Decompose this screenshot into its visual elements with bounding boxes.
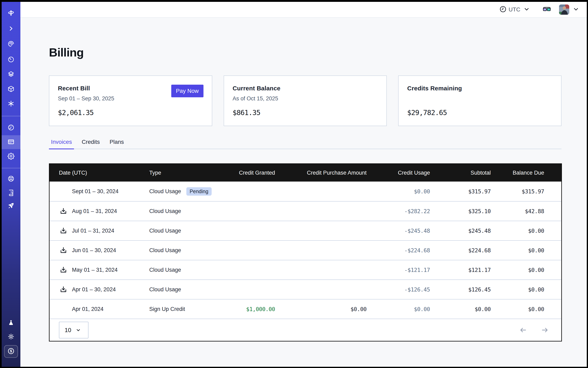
invoice-type: Cloud Usage bbox=[149, 267, 181, 273]
timezone-label: UTC bbox=[508, 6, 520, 13]
download-invoice-icon[interactable] bbox=[60, 207, 67, 215]
balance-due-value: $0.00 bbox=[493, 247, 561, 254]
next-page-icon[interactable] bbox=[541, 326, 548, 334]
col-header-credit-purchase: Credit Purchase Amount bbox=[278, 170, 369, 176]
subtotal-value: $325.10 bbox=[433, 208, 493, 214]
download-invoice-icon[interactable] bbox=[60, 266, 67, 274]
balance-due-value: $0.00 bbox=[493, 228, 561, 234]
chevron-down-icon[interactable] bbox=[573, 6, 579, 13]
subtotal-value: $121.17 bbox=[433, 267, 493, 273]
table-body: Sept 01 – 30, 2024Cloud UsagePending$0.0… bbox=[50, 182, 561, 319]
recent-bill-card: Recent Bill Sep 01 – Sep 30, 2025 $2,061… bbox=[49, 75, 212, 126]
pagination-row: 10 bbox=[50, 319, 561, 341]
topbar: UTC bbox=[20, 2, 587, 18]
balance-due-value: $315.97 bbox=[493, 188, 561, 195]
invoice-date: Jun 01 – 30, 2024 bbox=[72, 247, 116, 254]
download-spacer bbox=[60, 305, 67, 313]
pay-now-button[interactable]: Pay Now bbox=[171, 85, 203, 97]
table-header: Date (UTC) Type Credit Granted Credit Pu… bbox=[50, 164, 561, 182]
tab-plans[interactable]: Plans bbox=[108, 139, 126, 149]
credit-usage-value: -$121.17 bbox=[369, 267, 433, 273]
credit-usage-value: -$126.45 bbox=[369, 286, 433, 293]
invoice-row: May 01 – 31, 2024Cloud Usage-$121.17$121… bbox=[50, 260, 561, 279]
download-invoice-icon[interactable] bbox=[60, 227, 67, 234]
credit-usage-value: -$245.48 bbox=[369, 228, 433, 234]
tab-credits[interactable]: Credits bbox=[80, 139, 102, 149]
balance-due-value: $0.00 bbox=[493, 286, 561, 293]
credit-usage-value: $0.00 bbox=[369, 306, 433, 312]
invoice-type: Cloud Usage bbox=[149, 188, 181, 195]
current-balance-card: Current Balance As of Oct 15, 2025 $861.… bbox=[224, 75, 387, 126]
balance-due-value: $42.88 bbox=[493, 208, 561, 214]
col-header-subtotal: Subtotal bbox=[433, 170, 493, 176]
col-header-balance-due: Balance Due bbox=[493, 170, 561, 176]
card-amount: $29,782.65 bbox=[407, 109, 447, 117]
clock-icon bbox=[499, 6, 507, 13]
download-invoice-icon[interactable] bbox=[60, 247, 67, 254]
balance-due-value: $0.00 bbox=[493, 306, 561, 312]
invoice-date: Sept 01 – 30, 2024 bbox=[72, 188, 118, 195]
invoices-table: Date (UTC) Type Credit Granted Credit Pu… bbox=[49, 163, 562, 341]
credit-usage-value: -$282.22 bbox=[369, 208, 433, 214]
credit-usage-value: -$224.68 bbox=[369, 247, 433, 254]
invoice-type: Sign Up Credit bbox=[149, 306, 185, 312]
col-header-type: Type bbox=[139, 170, 226, 176]
credit-purchase-value: $0.00 bbox=[278, 306, 369, 312]
invoice-type: Cloud Usage bbox=[149, 228, 181, 234]
invoice-row: Jun 01 – 30, 2024Cloud Usage-$224.68$224… bbox=[50, 240, 561, 260]
balance-due-value: $0.00 bbox=[493, 267, 561, 273]
card-amount: $2,061.35 bbox=[58, 109, 94, 117]
subtotal-value: $224.68 bbox=[433, 247, 493, 254]
chevron-down-icon bbox=[76, 327, 81, 333]
invoice-date: Apr 01, 2024 bbox=[72, 306, 104, 312]
page-size-value: 10 bbox=[65, 327, 71, 333]
invoice-date: Aug 01 – 31, 2024 bbox=[72, 208, 117, 214]
tab-invoices[interactable]: Invoices bbox=[49, 139, 74, 149]
app-window: $ UTC Billing Recent Bill Sep 01 – Sep 3… bbox=[2, 2, 587, 367]
invoice-type: Cloud Usage bbox=[149, 247, 181, 254]
invoice-type: Cloud Usage bbox=[149, 208, 181, 214]
prev-page-icon[interactable] bbox=[519, 326, 527, 334]
invoice-row: Aug 01 – 31, 2024Cloud Usage-$282.22$325… bbox=[50, 201, 561, 221]
invoice-row: Jul 01 – 31, 2024Cloud Usage-$245.48$245… bbox=[50, 221, 561, 240]
credit-granted-value: $1,000.00 bbox=[226, 306, 278, 312]
subtotal-value: $0.00 bbox=[433, 306, 493, 312]
col-header-credit-usage: Credit Usage bbox=[369, 170, 433, 176]
invoice-row: Apr 01, 2024Sign Up Credit$1,000.00$0.00… bbox=[50, 299, 561, 319]
billing-tabs: Invoices Credits Plans bbox=[49, 139, 561, 149]
timezone-selector[interactable]: UTC bbox=[499, 6, 530, 13]
download-invoice-icon[interactable] bbox=[60, 286, 67, 293]
credits-remaining-card: Credits Remaining $29,782.65 bbox=[398, 75, 561, 126]
invoice-date: Apr 01 – 30, 2024 bbox=[72, 286, 116, 293]
col-header-credit-granted: Credit Granted bbox=[226, 170, 278, 176]
invoice-date: May 01 – 31, 2024 bbox=[72, 267, 118, 273]
invoice-row: Apr 01 – 30, 2024Cloud Usage-$126.45$126… bbox=[50, 279, 561, 299]
invoice-row: Sept 01 – 30, 2024Cloud UsagePending$0.0… bbox=[50, 182, 561, 201]
goggles-icon[interactable] bbox=[543, 6, 551, 13]
page-size-select[interactable]: 10 bbox=[59, 322, 89, 338]
subtotal-value: $315.97 bbox=[433, 188, 493, 195]
subtotal-value: $126.45 bbox=[433, 286, 493, 293]
status-badge: Pending bbox=[186, 187, 212, 196]
credit-usage-value: $0.00 bbox=[369, 188, 433, 195]
card-subtitle: As of Oct 15, 2025 bbox=[233, 95, 378, 102]
download-spacer bbox=[60, 188, 67, 195]
modal-logo-icon bbox=[8, 9, 15, 17]
card-amount: $861.35 bbox=[233, 109, 260, 117]
page-title: Billing bbox=[49, 46, 84, 59]
subtotal-value: $245.48 bbox=[433, 228, 493, 234]
col-header-date: Date (UTC) bbox=[50, 170, 139, 176]
summary-cards: Recent Bill Sep 01 – Sep 30, 2025 $2,061… bbox=[49, 75, 561, 126]
card-title: Current Balance bbox=[233, 85, 378, 92]
card-title: Credits Remaining bbox=[407, 85, 552, 92]
invoice-type: Cloud Usage bbox=[149, 286, 181, 293]
avatar[interactable] bbox=[559, 4, 569, 15]
chevron-down-icon bbox=[524, 6, 530, 13]
invoice-date: Jul 01 – 31, 2024 bbox=[72, 228, 114, 234]
main-content: Billing Recent Bill Sep 01 – Sep 30, 202… bbox=[2, 18, 587, 367]
